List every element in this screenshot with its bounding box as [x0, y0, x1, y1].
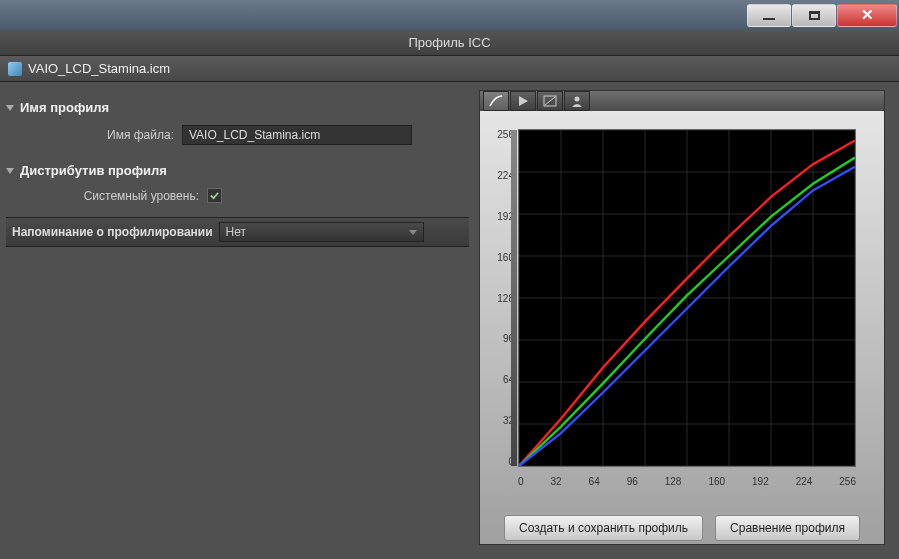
section-profile-name[interactable]: Имя профиля — [6, 96, 469, 119]
section-distribution[interactable]: Дистрибутив профиля — [6, 159, 469, 182]
reminder-dropdown[interactable]: Нет — [219, 222, 424, 242]
file-icon — [8, 62, 22, 76]
reminder-label: Напоминание о профилировании — [12, 225, 219, 239]
close-button[interactable]: ✕ — [837, 4, 897, 27]
expand-icon — [6, 105, 14, 111]
minimize-button[interactable] — [747, 4, 791, 27]
x-axis: 0326496128160192224256 — [518, 476, 856, 487]
svg-point-2 — [575, 97, 580, 102]
maximize-button[interactable] — [792, 4, 836, 27]
tool-play-icon[interactable] — [510, 91, 536, 111]
tool-linear-icon[interactable] — [537, 91, 563, 111]
titlebar: ✕ — [0, 0, 899, 30]
system-level-label: Системный уровень: — [12, 189, 207, 203]
chart-area: 2562241921601289664320 03264961281601922… — [480, 111, 884, 505]
filename-label: Имя файла: — [12, 128, 182, 142]
properties-panel: Имя профиля Имя файла: Дистрибутив профи… — [0, 82, 475, 559]
chart-scale-bar — [511, 130, 517, 466]
expand-icon — [6, 168, 14, 174]
chart-canvas — [518, 129, 856, 467]
chart-toolbar — [480, 91, 884, 111]
compare-button[interactable]: Сравнение профиля — [715, 515, 860, 541]
tool-user-icon[interactable] — [564, 91, 590, 111]
filename-field[interactable] — [182, 125, 412, 145]
create-save-button[interactable]: Создать и сохранить профиль — [504, 515, 703, 541]
svg-line-1 — [545, 97, 555, 105]
system-level-checkbox[interactable] — [207, 188, 222, 203]
window-title: Профиль ICC — [0, 30, 899, 56]
filename-display: VAIO_LCD_Stamina.icm — [28, 61, 170, 76]
chart-preview: 2562241921601289664320 03264961281601922… — [479, 90, 885, 545]
tool-curves-icon[interactable] — [483, 91, 509, 111]
file-header: VAIO_LCD_Stamina.icm — [0, 56, 899, 82]
